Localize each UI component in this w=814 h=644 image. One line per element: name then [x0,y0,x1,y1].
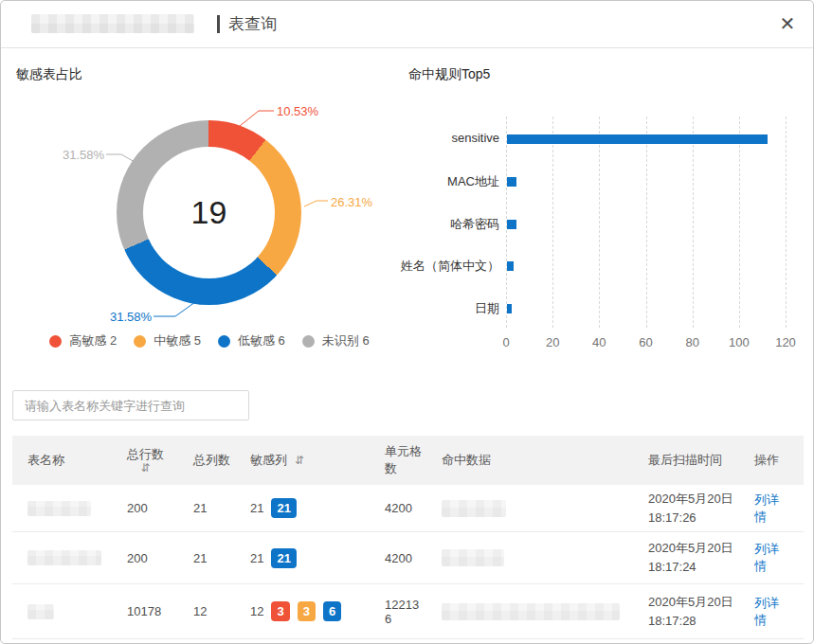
cell-sensitive-cols: 2121 [250,548,385,568]
gridline [786,116,787,328]
cell-total-rows: 200 [127,551,193,565]
gridline [646,116,647,328]
x-axis-tick: 40 [592,335,606,349]
bar-chart-title: 命中规则Top5 [408,66,490,83]
column-header-敏感列: 敏感列⇵ [250,452,385,469]
legend-dot [302,335,315,348]
x-axis-tick: 100 [729,335,750,349]
scan-time: 18:17:26 [648,509,747,528]
donut-chart-title: 敏感表占比 [16,66,82,83]
bar-category-label: sensitive [399,131,499,145]
redacted-dialog-title [31,14,194,33]
bar-category-label: 姓名（简体中文） [399,258,499,275]
close-icon[interactable]: ✕ [775,11,800,36]
redacted-table-name [27,604,54,619]
redacted-hit-data [442,549,504,566]
column-label: 命中数据 [442,452,491,469]
bar-哈希密码 [507,220,516,229]
x-axis-tick: 0 [502,335,509,349]
sensitivity-badge: 3 [298,601,316,621]
column-detail-link[interactable]: 列详情 [754,595,790,629]
bar-category-label: 日期 [399,300,499,317]
legend-item-未识别[interactable]: 未识别 6 [302,332,370,349]
bar-sensitive [507,134,768,144]
bar-MAC地址 [507,177,516,187]
sensitive-col-count: 21 [250,501,263,515]
cell-cell-count: 4200 [385,501,442,515]
cell-last-scan-time: 2020年5月20日18:17:28 [648,593,754,631]
cell-cell-count: 4200 [385,551,442,565]
donut-label-high: 10.53% [277,104,318,118]
legend-item-高敏感[interactable]: 高敏感 2 [49,332,117,349]
gridline [599,116,600,328]
legend-dot [49,335,62,348]
scan-date: 2020年5月20日 [648,593,747,612]
bar-日期 [507,304,512,313]
column-header-表名称: 表名称 [12,452,127,469]
legend-dot [134,335,146,348]
table-row: 20021212142002020年5月20日18:17:24列详情 [12,532,804,584]
bar-category-label: 哈希密码 [399,216,499,233]
column-label: 单元格数 [385,443,428,477]
gridline [552,116,553,328]
bar-category-label: MAC地址 [399,173,499,190]
legend-label: 中敏感 5 [154,332,201,349]
cell-hit-data [442,500,648,517]
column-detail-link[interactable]: 列详情 [754,541,790,575]
column-header-总行数: 总行数⇵ [127,447,193,474]
x-axis-tick: 20 [546,335,559,349]
scan-date: 2020年5月20日 [648,490,747,509]
donut-total-count: 19 [191,194,227,231]
column-label: 最后扫描时间 [648,452,722,469]
cell-action: 列详情 [754,492,804,526]
cell-table-name [12,604,127,619]
search-input[interactable] [12,390,249,420]
redacted-hit-data [442,603,620,620]
redacted-table-name [27,550,101,565]
table-header-row: 表名称总行数⇵总列数敏感列⇵单元格数命中数据最后扫描时间操作 [12,436,804,485]
table-row: 20021212142002020年5月20日18:17:26列详情 [12,485,804,532]
x-axis-tick: 60 [639,335,652,349]
cell-hit-data [442,603,648,620]
donut-label-medium: 26.31% [331,195,372,209]
cell-hit-data [442,549,648,566]
sort-icon[interactable]: ⇵ [140,462,150,474]
legend-item-低敏感[interactable]: 低敏感 6 [218,332,285,349]
gridline [693,116,694,328]
cell-action: 列详情 [754,541,804,575]
redacted-table-name [27,501,91,516]
table-body: 20021212142002020年5月20日18:17:26列详情200212… [12,485,804,639]
cell-last-scan-time: 2020年5月20日18:17:24 [648,539,754,577]
sensitivity-badge: 6 [323,601,341,621]
bar-chart: 020406080100120sensitiveMAC地址哈希密码姓名（简体中文… [399,110,806,354]
column-header-总列数: 总列数 [193,452,250,469]
column-header-单元格数: 单元格数 [385,443,442,477]
cell-total-cols: 12 [193,604,250,618]
cell-last-scan-time: 2020年5月20日18:17:26 [648,490,754,528]
redacted-hit-data [442,500,506,517]
dialog-header: 表查询 ✕ [1,1,813,48]
legend-label: 未识别 6 [322,332,370,349]
scan-time: 18:17:24 [648,558,747,577]
sensitivity-badge: 3 [271,601,289,621]
donut-label-low: 31.58% [110,310,152,324]
column-detail-link[interactable]: 列详情 [754,492,790,526]
cell-total-rows: 10178 [127,604,193,618]
sort-icon[interactable]: ⇵ [295,455,304,466]
column-label: 总列数 [193,452,230,469]
scan-date: 2020年5月20日 [648,539,747,558]
x-axis-tick: 80 [685,335,698,349]
legend-label: 低敏感 6 [238,332,285,349]
cell-sensitive-cols: 12336 [250,601,385,621]
legend-item-中敏感[interactable]: 中敏感 5 [134,332,201,349]
donut-label-unknown: 31.58% [63,148,104,162]
x-axis-tick: 120 [775,335,796,349]
legend-dot [218,335,230,348]
cell-action: 列详情 [754,595,804,629]
cell-table-name [12,501,127,516]
cell-cell-count: 122136 [385,598,442,626]
column-label: 总行数 [127,447,164,462]
column-label: 敏感列 [250,452,287,469]
sensitive-col-count: 21 [250,551,263,565]
title-divider [217,15,220,33]
